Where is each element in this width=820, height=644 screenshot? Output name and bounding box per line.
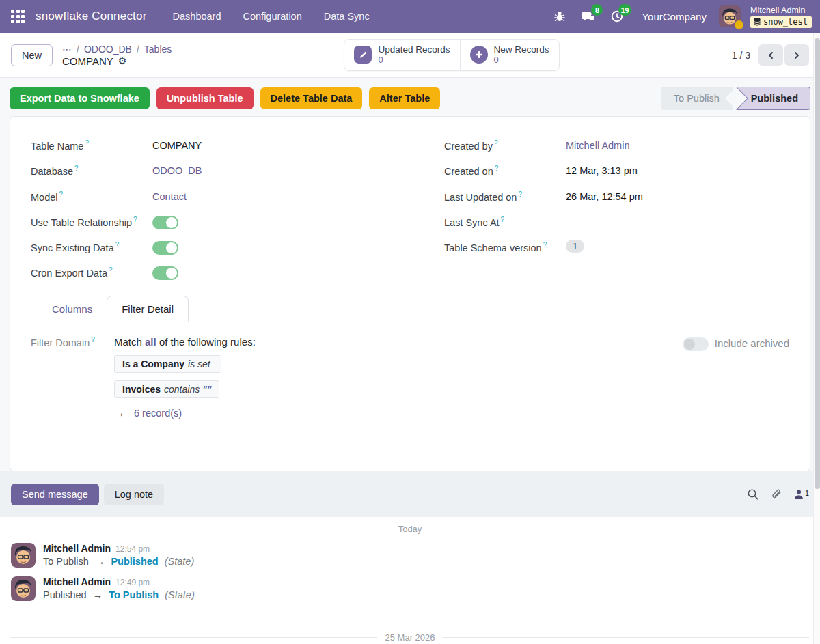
message-avatar: [11, 543, 36, 568]
help-icon[interactable]: ?: [518, 191, 522, 198]
cron-export-data-toggle[interactable]: [152, 266, 178, 280]
scrollbar-thumb[interactable]: [815, 38, 820, 489]
record-count-link[interactable]: 6 record(s): [134, 408, 182, 419]
statusbar: To Publish Published: [661, 87, 810, 110]
pager: 1 / 3: [732, 44, 809, 66]
database-icon: [754, 18, 761, 26]
use-table-relationship-toggle[interactable]: [152, 216, 178, 229]
apps-grid-icon[interactable]: [11, 10, 25, 23]
updated-records-label: Updated Records: [378, 44, 450, 55]
message-author[interactable]: Mitchell Admin: [43, 543, 111, 554]
help-icon[interactable]: ?: [109, 266, 113, 274]
action-button-row: Export Data to Snowflake Unpublish Table…: [10, 87, 810, 110]
sync-existing-data-toggle[interactable]: [152, 241, 178, 255]
help-icon[interactable]: ?: [59, 191, 64, 198]
message-author[interactable]: Mitchell Admin: [43, 576, 111, 587]
include-archived-label: Include archived: [715, 337, 789, 349]
pager-next-button[interactable]: [784, 44, 809, 66]
domain-widget: Match all of the following rules: Is a C…: [114, 336, 256, 419]
help-icon[interactable]: ?: [501, 216, 505, 223]
help-icon[interactable]: ?: [74, 165, 79, 172]
navbar-right: 8 19 YourCompany Mitchell Admin snow_tes…: [550, 5, 812, 28]
attachment-paperclip-icon[interactable]: [770, 488, 782, 501]
tab-columns[interactable]: Columns: [38, 296, 107, 322]
arrow-right-icon: →: [93, 589, 103, 600]
status-step-to-publish[interactable]: To Publish: [661, 87, 733, 110]
app-name[interactable]: snowflake Connector: [36, 10, 147, 23]
filter-detail-panel: Filter Domain? Match all of the followin…: [10, 322, 810, 419]
last-updated-on-value: 26 Mar, 12:54 pm: [566, 189, 643, 204]
help-icon[interactable]: ?: [115, 241, 120, 249]
message-thread: Today Mitchell Admin 12:54 pm To Publish…: [0, 517, 820, 644]
menu-configuration[interactable]: Configuration: [235, 7, 310, 26]
table-name-value[interactable]: COMPANY: [152, 138, 202, 153]
scrollbar: [813, 33, 820, 644]
pager-previous-button[interactable]: [758, 44, 783, 66]
search-messages-icon[interactable]: [747, 488, 759, 501]
database-value-link[interactable]: ODOO_DB: [152, 163, 202, 178]
log-note-button[interactable]: Log note: [104, 484, 164, 505]
menu-dashboard[interactable]: Dashboard: [165, 7, 230, 26]
field-last-updated-on: Last Updated on? 26 Mar, 12:54 pm: [444, 184, 789, 210]
help-icon[interactable]: ?: [85, 139, 89, 147]
breadcrumb-separator: /: [77, 44, 79, 55]
chevron-left-icon: [766, 51, 776, 60]
field-created-on: Created on? 12 Mar, 3:13 pm: [444, 158, 789, 184]
user-avatar[interactable]: [719, 5, 741, 27]
help-icon[interactable]: ?: [494, 139, 498, 147]
match-rule-line: Match all of the following rules:: [114, 336, 256, 348]
help-icon[interactable]: ?: [133, 216, 137, 223]
help-icon[interactable]: ?: [495, 165, 499, 172]
unpublish-table-button[interactable]: Unpublish Table: [156, 87, 254, 109]
new-records-button[interactable]: New Records 0: [460, 40, 559, 70]
stat-buttons: Updated Records 0 New Records 0: [344, 39, 559, 70]
followers-count: 1: [805, 489, 809, 497]
breadcrumb-odoo-db[interactable]: ODOO_DB: [84, 44, 132, 55]
model-value-link[interactable]: Contact: [152, 189, 187, 204]
send-message-button[interactable]: Send message: [11, 484, 99, 505]
new-records-value: 0: [494, 55, 549, 66]
tracking-field-name: (State): [165, 556, 195, 567]
menu-data-sync[interactable]: Data Sync: [316, 7, 378, 26]
field-sync-existing-data: Sync Existing Data?: [31, 235, 376, 260]
activity-clock-icon[interactable]: 19: [607, 7, 627, 26]
tracking-old-value: Published: [43, 589, 87, 600]
gear-icon[interactable]: ⚙: [118, 55, 127, 66]
message-time: 12:49 pm: [115, 578, 150, 587]
status-dot: [735, 20, 743, 29]
database-chip[interactable]: snow_test: [750, 16, 812, 28]
breadcrumb-ellipsis[interactable]: ⋯: [62, 44, 72, 55]
company-switcher[interactable]: YourCompany: [642, 11, 707, 23]
message-avatar: [11, 576, 36, 601]
pager-counter: 1 / 3: [732, 50, 750, 61]
updated-records-button[interactable]: Updated Records 0: [344, 40, 459, 70]
status-step-published[interactable]: Published: [737, 87, 810, 110]
domain-rule-invoices[interactable]: Invoicescontains"": [114, 380, 219, 398]
alter-table-button[interactable]: Alter Table: [369, 87, 440, 109]
match-all-selector[interactable]: all: [145, 336, 156, 348]
main-menu: Dashboard Configuration Data Sync: [165, 7, 378, 26]
field-database: Database? ODOO_DB: [31, 158, 376, 184]
new-records-label: New Records: [494, 44, 549, 55]
followers-icon[interactable]: 1: [793, 489, 809, 500]
field-created-by: Created by? Mitchell Admin: [444, 133, 789, 158]
delete-table-data-button[interactable]: Delete Table Data: [260, 87, 363, 109]
today-divider: Today: [11, 524, 809, 534]
help-icon[interactable]: ?: [543, 241, 547, 249]
form-sheet: Table Name? COMPANY Database? ODOO_DB Mo…: [10, 116, 810, 471]
breadcrumb-tables[interactable]: Tables: [144, 44, 172, 55]
tab-filter-detail[interactable]: Filter Detail: [107, 296, 189, 322]
created-by-value-link[interactable]: Mitchell Admin: [566, 138, 629, 153]
user-name[interactable]: Mitchell Admin: [750, 5, 806, 15]
new-button[interactable]: New: [11, 44, 53, 66]
include-archived-toggle[interactable]: [683, 337, 709, 351]
help-icon[interactable]: ?: [91, 336, 95, 344]
export-data-button[interactable]: Export Data to Snowflake: [10, 87, 150, 109]
messages-icon[interactable]: 8: [579, 7, 598, 26]
chevron-right-icon: [792, 51, 802, 60]
debug-bug-icon[interactable]: [550, 7, 569, 26]
domain-rule-is-a-company[interactable]: Is a Companyis set: [114, 355, 221, 373]
control-panel: New ⋯ / ODOO_DB / Tables COMPANY ⚙ Updat…: [0, 33, 820, 78]
message-item: Mitchell Admin 12:54 pm To Publish → Pub…: [11, 543, 809, 568]
schema-version-badge: 1: [566, 240, 584, 253]
